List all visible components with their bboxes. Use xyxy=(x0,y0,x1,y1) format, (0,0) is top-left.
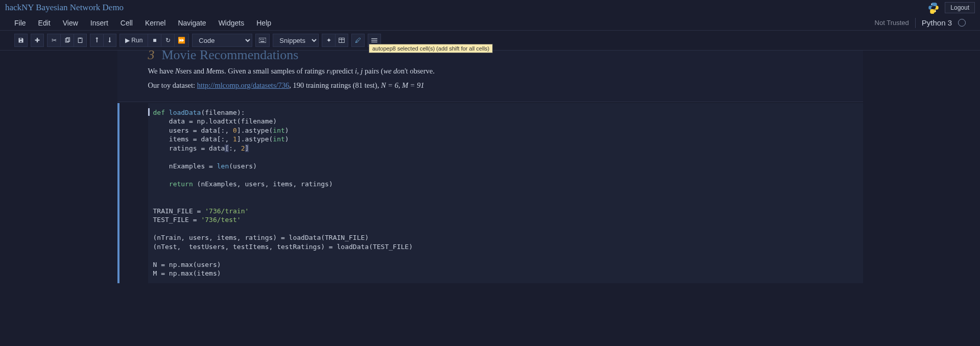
python-logo-icon xyxy=(927,2,940,14)
snippets-select[interactable]: Snippets xyxy=(273,34,319,47)
prompt-area xyxy=(119,103,148,283)
fast-forward-icon: ⏩ xyxy=(178,37,185,44)
header: hackNY Bayesian Network Demo Logout xyxy=(0,0,980,15)
kernel-name[interactable]: Python 3 xyxy=(922,18,952,27)
menubar: File Edit View Insert Cell Kernel Naviga… xyxy=(0,15,980,31)
arrow-up-icon: 🠕 xyxy=(94,37,100,44)
menu-help[interactable]: Help xyxy=(256,19,271,27)
paste-button[interactable] xyxy=(74,34,87,47)
sparkle-icon: ✦ xyxy=(326,37,331,44)
paste-icon xyxy=(77,37,83,43)
svg-rect-8 xyxy=(262,39,263,40)
command-palette-button[interactable] xyxy=(255,34,270,47)
cut-icon: ✂ xyxy=(52,37,57,44)
list-icon xyxy=(371,38,377,43)
trust-indicator[interactable]: Not Trusted xyxy=(875,19,909,27)
move-up-button[interactable]: 🠕 xyxy=(90,34,103,47)
run-button[interactable]: ▶ Run xyxy=(119,34,148,47)
dataset-link[interactable]: http://mlcomp.org/datasets/736 xyxy=(197,81,290,89)
section-title: Movie Recommendations xyxy=(162,47,299,62)
logout-button[interactable]: Logout xyxy=(945,2,975,13)
code-content: def loadData(filename): data = np.loadtx… xyxy=(153,108,863,278)
move-down-button[interactable]: 🠗 xyxy=(103,34,116,47)
toolbar: ✚ ✂ 🠕 🠗 ▶ Run ■ ↻ ⏩ Code Snippets ✦ 🖊 au… xyxy=(0,31,980,51)
menu-kernel[interactable]: Kernel xyxy=(145,19,165,27)
md-paragraph-2: Our toy dataset: http://mlcomp.org/datas… xyxy=(148,80,832,91)
menu-widgets[interactable]: Widgets xyxy=(219,19,245,27)
menu-file[interactable]: File xyxy=(14,19,26,27)
keyboard-icon xyxy=(259,38,266,43)
save-icon xyxy=(18,37,24,43)
svg-rect-6 xyxy=(259,38,266,42)
interrupt-button[interactable]: ■ xyxy=(148,34,161,47)
plus-icon: ✚ xyxy=(35,37,40,44)
copy-button[interactable] xyxy=(60,34,74,47)
code-cell[interactable]: def loadData(filename): data = np.loadtx… xyxy=(117,103,863,283)
save-button[interactable] xyxy=(14,34,28,47)
menu-cell[interactable]: Cell xyxy=(121,19,133,27)
restart-icon: ↻ xyxy=(165,37,171,44)
copy-icon xyxy=(64,37,70,43)
ext1-button[interactable]: ✦ xyxy=(322,34,335,47)
autopep8-button[interactable]: 🖊 xyxy=(351,34,365,47)
markdown-cell[interactable]: 3Movie Recommendations We have Nsers and… xyxy=(117,51,863,102)
play-icon: ▶ xyxy=(125,37,130,44)
wand-icon: 🖊 xyxy=(355,37,361,44)
notebook-title[interactable]: hackNY Bayesian Network Demo xyxy=(5,3,124,13)
menu-insert[interactable]: Insert xyxy=(90,19,108,27)
cursor-indicator xyxy=(148,108,150,116)
add-cell-button[interactable]: ✚ xyxy=(31,34,44,47)
section-number: 3 xyxy=(148,47,155,62)
code-editor[interactable]: def loadData(filename): data = np.loadtx… xyxy=(148,103,863,283)
stop-icon: ■ xyxy=(153,37,156,44)
menu-navigate[interactable]: Navigate xyxy=(178,19,206,27)
separator xyxy=(915,18,916,28)
md-paragraph-1: We have Nsers and Mems. Given a small sa… xyxy=(148,66,832,77)
ext2-button[interactable] xyxy=(335,34,348,47)
svg-point-0 xyxy=(931,4,933,5)
svg-rect-10 xyxy=(260,41,265,42)
svg-rect-5 xyxy=(80,38,81,39)
arrow-down-icon: 🠗 xyxy=(107,37,113,44)
svg-point-1 xyxy=(935,11,936,12)
tooltip: autopep8 selected cell(s) (add shift for… xyxy=(369,44,493,53)
kernel-status-icon[interactable] xyxy=(958,19,966,27)
menu-view[interactable]: View xyxy=(63,19,78,27)
notebook-area: 3Movie Recommendations We have Nsers and… xyxy=(117,51,863,283)
svg-rect-7 xyxy=(260,39,261,40)
restart-run-all-button[interactable]: ⏩ xyxy=(174,34,189,47)
header-right: Logout xyxy=(927,2,975,14)
run-label: Run xyxy=(131,37,142,44)
restart-button[interactable]: ↻ xyxy=(161,34,174,47)
svg-rect-9 xyxy=(264,39,265,40)
table-icon xyxy=(339,37,345,43)
cut-button[interactable]: ✂ xyxy=(47,34,60,47)
celltype-select[interactable]: Code xyxy=(192,34,252,47)
menu-edit[interactable]: Edit xyxy=(38,19,51,27)
